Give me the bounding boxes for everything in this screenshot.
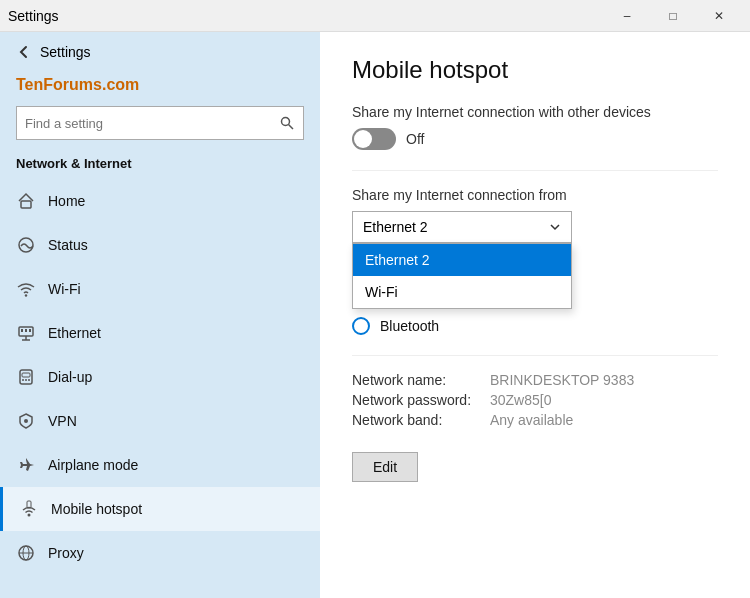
titlebar-controls: – □ ✕ xyxy=(604,0,742,32)
dropdown-option-ethernet2[interactable]: Ethernet 2 xyxy=(353,244,571,276)
dropdown-option-wifi[interactable]: Wi-Fi xyxy=(353,276,571,308)
sidebar-item-home[interactable]: Home xyxy=(0,179,320,223)
sidebar-item-proxy[interactable]: Proxy xyxy=(0,531,320,575)
edit-button[interactable]: Edit xyxy=(352,452,418,482)
titlebar: Settings – □ ✕ xyxy=(0,0,750,32)
network-password-row: Network password: 30Zw85[0 xyxy=(352,392,718,408)
sidebar-item-wifi[interactable]: Wi-Fi xyxy=(0,267,320,311)
sidebar-item-vpn-label: VPN xyxy=(48,413,77,429)
network-name-row: Network name: BRINKDESKTOP 9383 xyxy=(352,372,718,388)
radio-bluetooth-circle xyxy=(352,317,370,335)
sidebar-section-title: Network & Internet xyxy=(0,152,320,179)
toggle-state-label: Off xyxy=(406,131,424,147)
toggle-row: Off xyxy=(352,128,718,150)
network-band-key: Network band: xyxy=(352,412,482,428)
sidebar-item-hotspot-label: Mobile hotspot xyxy=(51,501,142,517)
ethernet-icon xyxy=(16,323,36,343)
svg-point-13 xyxy=(22,379,24,381)
chevron-down-icon xyxy=(549,221,561,233)
status-icon xyxy=(16,235,36,255)
svg-point-17 xyxy=(28,514,31,517)
network-password-key: Network password: xyxy=(352,392,482,408)
maximize-button[interactable]: □ xyxy=(650,0,696,32)
radio-bluetooth-label: Bluetooth xyxy=(380,318,439,334)
page-title: Mobile hotspot xyxy=(352,56,718,84)
svg-point-15 xyxy=(28,379,30,381)
sidebar-item-home-label: Home xyxy=(48,193,85,209)
toggle-knob xyxy=(354,130,372,148)
sidebar-item-ethernet-label: Ethernet xyxy=(48,325,101,341)
hotspot-icon xyxy=(19,499,39,519)
close-button[interactable]: ✕ xyxy=(696,0,742,32)
search-button[interactable] xyxy=(271,107,303,139)
connection-from-label: Share my Internet connection from xyxy=(352,187,718,203)
sidebar-item-dialup-label: Dial-up xyxy=(48,369,92,385)
connection-dropdown-wrapper: Ethernet 2 Ethernet 2 Wi-Fi xyxy=(352,211,572,243)
toggle-description: Share my Internet connection with other … xyxy=(352,104,718,120)
logo-text: TenForums.com xyxy=(16,76,139,93)
svg-rect-2 xyxy=(21,201,31,208)
divider-1 xyxy=(352,170,718,171)
sidebar-item-hotspot[interactable]: Mobile hotspot 1. Click on xyxy=(0,487,320,531)
sidebar-item-status-label: Status xyxy=(48,237,88,253)
network-band-row: Network band: Any available xyxy=(352,412,718,428)
search-icon xyxy=(280,116,294,130)
svg-point-14 xyxy=(25,379,27,381)
network-name-key: Network name: xyxy=(352,372,482,388)
svg-point-0 xyxy=(282,118,290,126)
vpn-icon xyxy=(16,411,36,431)
titlebar-title: Settings xyxy=(8,8,59,24)
sidebar-item-vpn[interactable]: VPN xyxy=(0,399,320,443)
sidebar-item-wifi-label: Wi-Fi xyxy=(48,281,81,297)
search-input[interactable] xyxy=(17,110,271,137)
minimize-button[interactable]: – xyxy=(604,0,650,32)
titlebar-left: Settings xyxy=(8,8,59,24)
back-icon xyxy=(16,44,32,60)
svg-point-4 xyxy=(25,294,27,296)
divider-2 xyxy=(352,355,718,356)
sidebar-app-label: Settings xyxy=(40,44,91,60)
app-body: Settings TenForums.com Network & Interne… xyxy=(0,32,750,598)
sidebar-item-status[interactable]: Status xyxy=(0,223,320,267)
svg-rect-8 xyxy=(21,329,23,332)
radio-bluetooth[interactable]: Bluetooth xyxy=(352,317,718,335)
svg-line-1 xyxy=(289,125,294,130)
dropdown-section: Share my Internet connection from 2. Sel… xyxy=(352,187,718,243)
svg-rect-12 xyxy=(22,373,30,377)
home-icon xyxy=(16,191,36,211)
sidebar-item-dialup[interactable]: Dial-up xyxy=(0,355,320,399)
svg-point-16 xyxy=(24,419,28,423)
proxy-icon xyxy=(16,543,36,563)
content-area: Mobile hotspot Share my Internet connect… xyxy=(320,32,750,598)
network-band-value: Any available xyxy=(490,412,573,428)
logo-area: TenForums.com xyxy=(0,72,320,102)
network-password-value: 30Zw85[0 xyxy=(490,392,551,408)
dialup-icon xyxy=(16,367,36,387)
dropdown-row: 2. Select Ethernet 2 Ethernet 2 Wi-Fi xyxy=(352,211,718,243)
airplane-icon xyxy=(16,455,36,475)
sidebar-item-proxy-label: Proxy xyxy=(48,545,84,561)
sidebar: Settings TenForums.com Network & Interne… xyxy=(0,32,320,598)
sidebar-item-ethernet[interactable]: Ethernet xyxy=(0,311,320,355)
svg-rect-10 xyxy=(29,329,31,332)
share-toggle[interactable] xyxy=(352,128,396,150)
wifi-icon xyxy=(16,279,36,299)
dropdown-value: Ethernet 2 xyxy=(363,219,428,235)
sidebar-item-airplane-label: Airplane mode xyxy=(48,457,138,473)
sidebar-back-button[interactable]: Settings xyxy=(0,32,320,72)
network-name-value: BRINKDESKTOP 9383 xyxy=(490,372,634,388)
search-bar xyxy=(16,106,304,140)
connection-dropdown[interactable]: Ethernet 2 xyxy=(352,211,572,243)
dropdown-menu: Ethernet 2 Wi-Fi xyxy=(352,243,572,309)
svg-rect-9 xyxy=(25,329,27,332)
network-info-section: Network name: BRINKDESKTOP 9383 Network … xyxy=(352,372,718,428)
sidebar-item-airplane[interactable]: Airplane mode xyxy=(0,443,320,487)
